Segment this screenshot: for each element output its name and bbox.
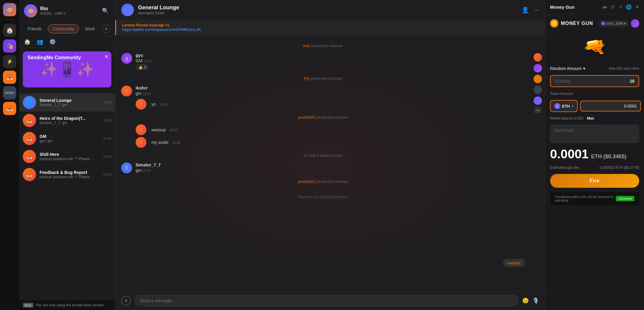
eth-amount-input[interactable] [580, 101, 641, 111]
powered-by: Powered by SendingNetwork [121, 195, 525, 199]
quantity-label: Quantity [555, 79, 570, 84]
mic-icon[interactable]: 🎙️ [532, 297, 539, 304]
fox-icon[interactable]: 🦊 [3, 71, 16, 84]
amount-type-label: Random Amount [550, 66, 581, 71]
community-banner[interactable]: SendingMe Community ✕ ✨📱✨ [23, 51, 111, 87]
chat-header-info: General Lounge Members 6269 [138, 5, 179, 15]
channel-preview: Senator_7_7: gm [40, 103, 99, 107]
message-input[interactable] [134, 295, 519, 306]
amount-max-label: Max 500 each time [609, 66, 639, 71]
amount-type-dropdown[interactable]: Random Amount ▾ [550, 66, 585, 71]
user-avatar-icon[interactable]: 🐵 [3, 3, 16, 16]
home-icon[interactable]: 🏠 [3, 24, 16, 37]
quantity-value[interactable]: 10 [630, 79, 634, 84]
channel-item-gm[interactable]: 🦊 GM gyu: gm 20:34 [19, 129, 115, 147]
username-highlight: Fhj [304, 76, 309, 81]
rewind-icon[interactable]: ⏮ [602, 5, 607, 10]
username-highlight: prod1040 [298, 115, 315, 120]
chat-header: 🌐 General Lounge Members 6269 👤 ··· [115, 0, 545, 20]
mask-icon[interactable]: 🎭 [3, 39, 16, 53]
demo-badge[interactable]: DEMO [3, 86, 16, 99]
message-time: 19:55 [172, 141, 181, 144]
channel-preview: Senator_7_7: gm [40, 121, 99, 125]
message-reaction[interactable]: 👍 1 [136, 64, 149, 70]
money-gun-content: 🪙 MONEY GUN 0x63...E9f8 ▾ 🔫 Random Amoun… [545, 14, 644, 310]
tab-friends[interactable]: Friends [23, 25, 47, 33]
channel-name: GM [40, 134, 99, 139]
main-chat: 🌐 General Lounge Members 6269 👤 ··· Lare… [115, 0, 545, 310]
message-author: gyu [136, 53, 143, 58]
share-icon[interactable]: ↗ [618, 4, 622, 10]
gas-fee-value: 0.000022 ETH ($0.0778) [600, 166, 639, 170]
close-panel-icon[interactable]: ✕ [635, 4, 639, 10]
refresh-icon[interactable]: ↺ [611, 4, 615, 10]
user-profile-area: 🐵 Rio 0x6381...e9f8 ⎘ [24, 4, 65, 17]
channel-header-avatar: 🌐 [121, 4, 134, 16]
eth-selector[interactable]: Ξ ETH ▾ [550, 100, 578, 112]
vconsole-badge[interactable]: vConsole [616, 196, 634, 201]
add-tab-button[interactable]: + [102, 25, 110, 33]
globe-icon[interactable]: 🌐 [626, 4, 632, 10]
gun-image: 🔫 [582, 35, 607, 59]
emoji-icon[interactable]: 😊 [522, 297, 529, 304]
channel-avatar: 🦊 [23, 132, 36, 145]
chevron-down-icon[interactable]: ▾ [624, 22, 626, 26]
big-amount-display: 0.0001 ETH ($0.3465) [550, 147, 639, 161]
username-highlight: tree [303, 44, 310, 48]
settings-icon[interactable]: ⚙️ [49, 38, 56, 45]
big-amount-currency: ETH ($0.3465) [591, 153, 626, 160]
search-button[interactable]: 🔍 [101, 6, 110, 16]
sidebar-icon-row: 🏠 👥 ⚙️ [19, 36, 115, 48]
message-input-area[interactable]: Good luck ⤢ [550, 125, 639, 143]
pinned-message-bar: Lareina Pinned message #1 https://twitte… [115, 20, 545, 35]
channel-preview: partizan.po4epxx.eth: ** Please ... [40, 157, 99, 161]
more-options-icon[interactable]: ··· [534, 7, 539, 14]
side-avatar-4 [534, 86, 542, 94]
channel-name: Shill Here [40, 152, 99, 157]
channel-list: 🌐 General Lounge Senator_7_7: gm 20:55 🦊… [19, 91, 115, 300]
tab-community[interactable]: Community [48, 24, 79, 33]
beta-text: You are now using the private beta versi… [36, 303, 104, 307]
system-text: joined the channel [316, 179, 348, 184]
channel-title: General Lounge [138, 5, 179, 11]
message-group-senator: S Senator_7_7 gm 20:55 [121, 163, 525, 173]
channel-item-heirs[interactable]: 🦊 Heirs of the Dragon(T... Senator_7_7: … [19, 111, 115, 129]
channel-item-shill[interactable]: 🦊 Shill Here partizan.po4epxx.eth: ** Pl… [19, 147, 115, 166]
active-community-icon[interactable]: 🦊 [3, 102, 16, 115]
max-link[interactable]: Max [587, 116, 594, 120]
avengers-icon[interactable]: ⚡ [3, 55, 16, 68]
system-message-prod1042: prod1042 joined the channel [121, 178, 525, 185]
avatar[interactable]: 🐵 [24, 4, 37, 17]
expand-icon[interactable]: ⤢ [633, 135, 636, 140]
tab-work[interactable]: Work [80, 25, 99, 33]
channel-time: 20:55 [103, 119, 111, 122]
banner-close-icon[interactable]: ✕ [104, 54, 108, 59]
side-avatar-1 [534, 53, 542, 62]
channel-time: 18:55 [103, 173, 111, 176]
channel-name: Feedback & Bug Report [40, 170, 99, 175]
fire-button[interactable]: Fire [550, 174, 639, 188]
unclaimed-text: Unclaimed within 24h will be returned to… [555, 195, 616, 202]
channel-item-feedback[interactable]: 🦊 Feedback & Bug Report partizan.po4epxx… [19, 166, 115, 184]
expand-side-icon[interactable]: ↔ [534, 107, 541, 113]
channel-avatar: 🦊 [23, 114, 36, 127]
home-nav-icon[interactable]: 🏠 [24, 38, 31, 45]
channel-item-general-lounge[interactable]: 🌐 General Lounge Senator_7_7: gm 20:55 [19, 93, 115, 111]
message-time: 19:55 [169, 128, 178, 132]
message-group-ikohrr: i ikohrr gm 18:53 [121, 86, 525, 96]
system-text: joined the channel [316, 115, 348, 120]
add-attachment-button[interactable]: + [121, 296, 131, 305]
expand-button[interactable]: expand [503, 259, 525, 267]
add-people-icon[interactable]: 👥 [37, 38, 43, 45]
system-text: A1 and 3 others joined [303, 153, 342, 158]
copy-icon[interactable]: ⎘ [63, 11, 65, 16]
continuation-ikohrr-myoodie: i my oodie 19:55 [121, 137, 525, 148]
person-icon[interactable]: 👤 [522, 6, 529, 14]
system-text: joined the channel [310, 76, 342, 81]
pinned-link[interactable]: https://twitter.com/i/spaces/1rmGPMRLknL… [122, 27, 539, 32]
user-info: Rio 0x6381...e9f8 ⎘ [40, 6, 65, 16]
eth-label: ETH [562, 104, 570, 108]
message-header: Senator_7_7 [136, 163, 525, 167]
channel-name: General Lounge [40, 98, 99, 103]
gun-address-badge: 0x63...E9f8 ▾ [599, 20, 628, 27]
